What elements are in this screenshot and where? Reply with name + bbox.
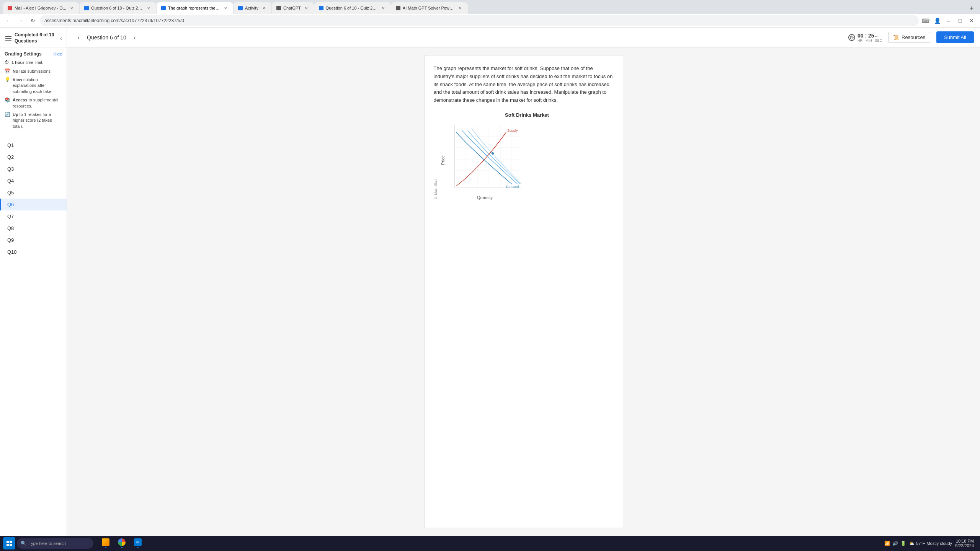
tab-label-mail: Mail - Alex I Grigoryev - O...: [15, 6, 66, 10]
question-item-Q9[interactable]: Q9: [0, 234, 67, 246]
chrome-dot: [121, 547, 122, 548]
tab-label-activity: Activity: [245, 6, 258, 10]
setting-text: Access to supplemental resources.: [13, 97, 62, 109]
submit-all-button[interactable]: Submit All: [936, 31, 974, 43]
tab-mail[interactable]: Mail - Alex I Grigoryev - O... ✕: [3, 2, 79, 14]
question-label: Question 6 of 10: [87, 34, 126, 41]
sidebar-header: Completed 6 of 10 Questions ‹: [0, 28, 67, 47]
tab-close-activity[interactable]: ✕: [261, 5, 267, 11]
question-item-Q4[interactable]: Q4: [0, 175, 67, 187]
chart-container: Soft Drinks Market Price: [441, 112, 614, 200]
mail-dot: [137, 547, 139, 548]
question-item-Q2[interactable]: Q2: [0, 151, 67, 163]
tab-label-graph: The graph represents the m...: [168, 6, 220, 10]
lightbulb-icon: 💡: [5, 77, 10, 82]
question-item-Q5[interactable]: Q5: [0, 187, 67, 199]
hide-grading-link[interactable]: Hide: [53, 52, 62, 56]
setting-lightbulb: 💡View solution explanations after submit…: [5, 77, 62, 95]
tab-favicon-chatgpt: [276, 6, 281, 10]
weather-temp: 57°F: [916, 541, 925, 546]
question-item-Q8[interactable]: Q8: [0, 222, 67, 234]
minimize-button[interactable]: –: [943, 15, 954, 26]
question-item-Q7[interactable]: Q7: [0, 210, 67, 222]
battery-icon[interactable]: 🔋: [900, 541, 906, 546]
top-bar: ‹ Question 6 of 10 › 00 : 25: [67, 28, 980, 47]
book-icon: 📚: [5, 97, 10, 103]
question-text: The graph represents the market for soft…: [434, 65, 614, 104]
sidebar: Completed 6 of 10 Questions ‹ Grading Se…: [0, 28, 67, 536]
next-question-button[interactable]: ›: [129, 32, 140, 43]
weather-desc: Mostly cloudy: [926, 541, 952, 546]
question-nav: ‹ Question 6 of 10 ›: [73, 32, 140, 43]
question-item-Q10[interactable]: Q10: [0, 246, 67, 258]
timer-time: 00 : 25 --: [858, 33, 882, 39]
timer: 00 : 25 -- HR MIN SEC: [848, 33, 882, 42]
top-bar-right: 00 : 25 -- HR MIN SEC 📜 Resources Subm: [848, 31, 974, 43]
tab-label-quiz2: Question 6 of 10 - Quiz 2B...: [326, 6, 378, 10]
clock-time: 10:18 PM: [955, 539, 974, 543]
new-tab-button[interactable]: +: [966, 3, 977, 14]
explorer-icon: [102, 538, 109, 546]
taskbar-weather: ⛅ 57°F Mostly cloudy: [909, 541, 952, 546]
extensions-button[interactable]: ⌨: [920, 15, 931, 26]
taskbar-app-chrome[interactable]: [114, 536, 129, 551]
question-item-Q6[interactable]: Q6: [0, 199, 67, 210]
timer-labels: HR MIN SEC: [858, 39, 882, 42]
mail-icon: ✉: [134, 538, 142, 546]
menu-icon[interactable]: [5, 35, 12, 41]
tab-close-mail[interactable]: ✕: [69, 5, 75, 11]
tab-favicon-graph: [161, 6, 166, 10]
volume-icon[interactable]: 🔊: [892, 541, 898, 546]
setting-book: 📚Access to supplemental resources.: [5, 97, 62, 109]
grading-title: Grading Settings Hide: [5, 51, 62, 57]
tab-close-graph[interactable]: ✕: [222, 5, 229, 11]
setting-clock: ⏱1 hour time limit.: [5, 60, 62, 65]
taskbar-search-text: Type here to search: [29, 541, 66, 546]
tab-close-quiz1[interactable]: ✕: [145, 5, 152, 11]
resources-icon: 📜: [893, 34, 899, 40]
close-button[interactable]: ✕: [966, 15, 977, 26]
completed-text: Completed 6 of 10 Questions: [15, 32, 58, 44]
tab-label-aimath: AI Math GPT Solver Power...: [403, 6, 455, 10]
tab-quiz1[interactable]: Question 6 of 10 - Quiz 2B... ✕: [80, 2, 156, 14]
resources-button[interactable]: 📜 Resources: [888, 32, 930, 43]
tab-favicon-activity: [238, 6, 243, 10]
maximize-button[interactable]: □: [955, 15, 965, 26]
tab-close-chatgpt[interactable]: ✕: [303, 5, 309, 11]
setting-text: Up to 1 retakes for a higher score (2 ta…: [13, 112, 62, 129]
start-button[interactable]: [3, 537, 15, 549]
tab-activity[interactable]: Activity ✕: [234, 2, 271, 14]
tab-bar: Mail - Alex I Grigoryev - O... ✕ Questio…: [0, 0, 980, 14]
tab-close-quiz2[interactable]: ✕: [380, 5, 386, 11]
content-area: The graph represents the market for soft…: [67, 47, 980, 536]
tab-chatgpt[interactable]: ChatGPT ✕: [272, 2, 314, 14]
svg-rect-19: [7, 544, 9, 546]
tab-close-aimath[interactable]: ✕: [457, 5, 463, 11]
prev-question-button[interactable]: ‹: [73, 32, 84, 43]
tab-graph[interactable]: The graph represents the m... ✕: [157, 2, 233, 14]
question-item-Q1[interactable]: Q1: [0, 139, 67, 151]
calendar-icon: 📅: [5, 68, 10, 74]
chart-svg[interactable]: Supply Demand: [447, 121, 523, 194]
address-bar[interactable]: [40, 15, 919, 26]
timer-icon: [848, 34, 855, 41]
sidebar-collapse-button[interactable]: ‹: [60, 35, 62, 41]
system-icons: 📶 🔊 🔋: [884, 541, 906, 546]
taskbar-search[interactable]: 🔍 Type here to search: [17, 538, 93, 549]
back-button[interactable]: ←: [3, 15, 14, 26]
profile-button[interactable]: 👤: [932, 15, 942, 26]
taskbar-app-mail[interactable]: ✉: [130, 536, 145, 551]
network-icon[interactable]: 📶: [884, 541, 890, 546]
taskbar-app-explorer[interactable]: [98, 536, 113, 551]
chrome-icon: [118, 538, 126, 546]
forward-button[interactable]: →: [15, 15, 26, 26]
tab-aimath[interactable]: AI Math GPT Solver Power... ✕: [391, 2, 468, 14]
question-item-Q3[interactable]: Q3: [0, 163, 67, 175]
nav-bar: ← → ↻ ⌨ 👤 – □ ✕: [0, 14, 980, 28]
setting-calendar: 📅No late submissions.: [5, 68, 62, 74]
tab-favicon-quiz1: [84, 6, 89, 10]
reload-button[interactable]: ↻: [28, 15, 38, 26]
taskbar: 🔍 Type here to search ✉ 📶 🔊 🔋 ⛅ 57°F: [0, 536, 980, 551]
macmillan-label: © Macmillan: [434, 112, 438, 200]
tab-quiz2[interactable]: Question 6 of 10 - Quiz 2B... ✕: [314, 2, 391, 14]
